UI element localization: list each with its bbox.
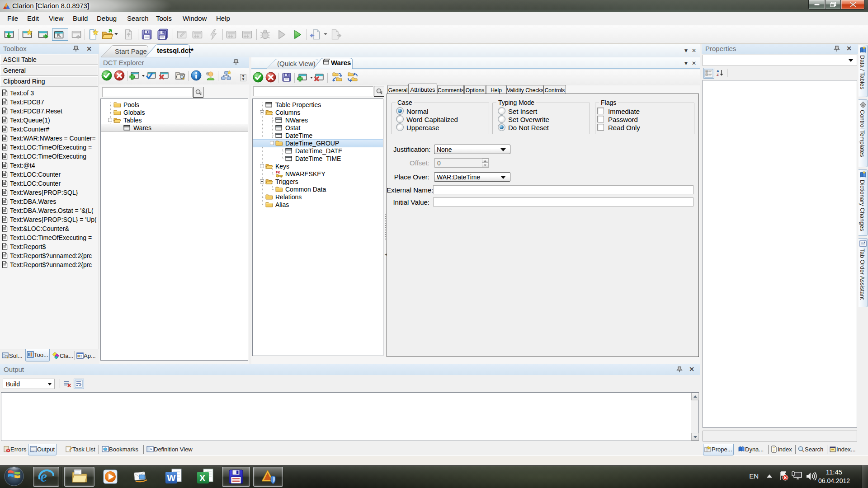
svg-text:W: W [167, 473, 176, 483]
svg-text:+: + [706, 73, 708, 76]
svg-text:Z: Z [717, 73, 719, 77]
svg-text:+: + [706, 70, 708, 73]
svg-text:PK: PK [276, 171, 280, 174]
svg-text:X: X [199, 473, 206, 483]
